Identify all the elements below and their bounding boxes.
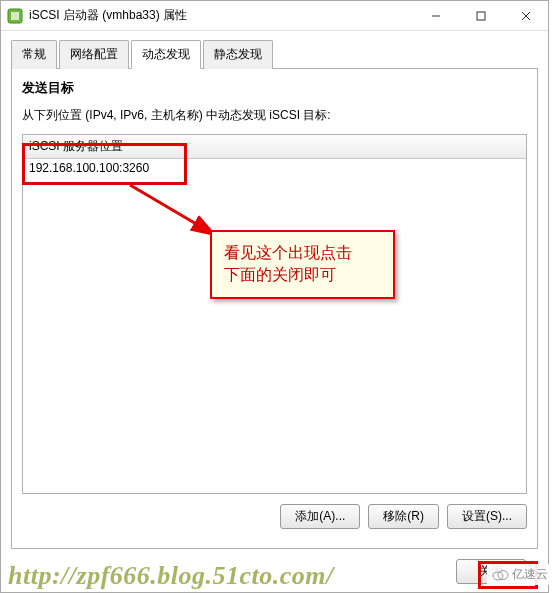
- tab-network-config[interactable]: 网络配置: [59, 40, 129, 69]
- watermark-url: http://zpf666.blog.51cto.com/: [8, 561, 334, 591]
- window-controls: [413, 1, 548, 30]
- tab-general[interactable]: 常规: [11, 40, 57, 69]
- brand-logo: 亿速云: [487, 564, 552, 585]
- add-button[interactable]: 添加(A)...: [280, 504, 360, 529]
- settings-button[interactable]: 设置(S)...: [447, 504, 527, 529]
- button-row: 添加(A)... 移除(R) 设置(S)...: [22, 504, 527, 529]
- callout-line1: 看见这个出现点击: [224, 242, 381, 264]
- brand-text: 亿速云: [512, 566, 548, 583]
- titlebar: iSCSI 启动器 (vmhba33) 属性: [1, 1, 548, 31]
- section-title: 发送目标: [22, 79, 527, 97]
- callout-line2: 下面的关闭即可: [224, 264, 381, 286]
- close-window-button[interactable]: [503, 1, 548, 30]
- section-description: 从下列位置 (IPv4, IPv6, 主机名称) 中动态发现 iSCSI 目标:: [22, 107, 527, 124]
- svg-rect-3: [477, 12, 485, 20]
- window-title: iSCSI 启动器 (vmhba33) 属性: [29, 7, 413, 24]
- table-header[interactable]: iSCSI 服务器位置: [23, 135, 526, 159]
- cloud-icon: [491, 569, 509, 581]
- maximize-button[interactable]: [458, 1, 503, 30]
- tab-static-discovery[interactable]: 静态发现: [203, 40, 273, 69]
- minimize-button[interactable]: [413, 1, 458, 30]
- iscsi-server-table: iSCSI 服务器位置 192.168.100.100:3260: [22, 134, 527, 494]
- annotation-callout: 看见这个出现点击 下面的关闭即可: [210, 230, 395, 299]
- table-row[interactable]: 192.168.100.100:3260: [23, 159, 526, 177]
- remove-button[interactable]: 移除(R): [368, 504, 439, 529]
- tab-strip: 常规 网络配置 动态发现 静态发现: [11, 39, 538, 69]
- app-icon: [7, 8, 23, 24]
- svg-rect-1: [11, 12, 19, 20]
- tab-body: 发送目标 从下列位置 (IPv4, IPv6, 主机名称) 中动态发现 iSCS…: [11, 69, 538, 549]
- tab-dynamic-discovery[interactable]: 动态发现: [131, 40, 201, 69]
